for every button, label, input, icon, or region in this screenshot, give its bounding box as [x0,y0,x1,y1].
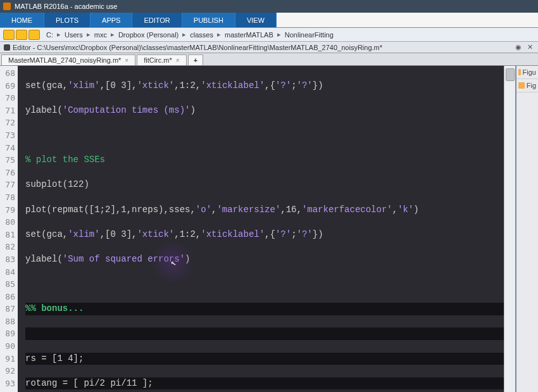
ribbon-tab-plots[interactable]: PLOTS [44,13,91,27]
line-number: 72 [0,117,15,129]
editor-title: Editor - C:\Users\mxc\Dropbox (Personal)… [13,44,382,51]
file-tab-bar: MasterMATLAB_2740_noisyRing.m* × fitCirc… [0,53,538,66]
matlab-logo-icon [3,3,11,10]
code-area[interactable]: set(gca,'xlim',[0 3],'xtick',1:2,'xtickl… [18,66,504,392]
editor-header: Editor - C:\Users\mxc\Dropbox (Personal)… [0,42,538,53]
line-number: 89 [0,327,15,340]
right-dock: Figu Fig [515,66,538,392]
line-number: 80 [0,216,15,229]
scroll-thumb[interactable] [506,68,515,81]
file-tab-label: fitCirc.m* [144,56,172,64]
path-sep-icon: ▸ [108,30,117,39]
line-number: 86 [0,291,15,303]
file-tab-label: MasterMATLAB_2740_noisyRing.m* [8,56,121,64]
close-icon[interactable]: × [125,57,128,64]
line-number: 75 [0,154,15,167]
path-sep-icon: ▸ [54,30,63,39]
titlebar-text: MATLAB R2016a - academic use [15,3,117,10]
line-number: 85 [0,278,15,291]
figure-icon [518,69,521,75]
path-sep-icon: ▸ [84,30,93,39]
dock-label: Fig [527,82,536,89]
line-number: 87 [0,303,15,315]
path-sep-icon: ▸ [215,30,223,39]
titlebar: MATLAB R2016a - academic use [0,0,538,13]
figure-icon [518,82,525,89]
path-seg[interactable]: C: [45,31,54,39]
line-number: 81 [0,229,15,241]
line-number: 74 [0,142,15,155]
dock-item-figure[interactable]: Figu [516,66,538,79]
line-number: 84 [0,266,15,279]
ribbon-tab-home[interactable]: HOME [0,13,44,27]
path-seg[interactable]: masterMATLAB [223,31,275,39]
path-sep-icon: ▸ [275,30,284,39]
add-tab-button[interactable]: + [188,54,203,65]
ribbon-tab-apps[interactable]: APPS [91,13,132,27]
panel-maximize-icon[interactable]: ◉ [514,43,523,52]
folder-back-icon[interactable] [3,30,15,40]
scrollbar[interactable] [504,66,515,392]
line-number: 94 [0,389,15,392]
line-number: 78 [0,191,15,204]
path-sep-icon: ▸ [180,30,189,39]
editor-icon [4,44,10,51]
path-nav-icons [3,30,40,40]
path-seg[interactable]: Dropbox (Personal) [117,31,180,39]
path-seg[interactable]: NonlinearFitting [284,31,335,39]
line-number: 73 [0,129,15,142]
line-number: 68 [0,67,15,80]
line-number: 83 [0,253,15,266]
line-number: 92 [0,365,15,377]
line-number: 79 [0,204,15,217]
path-seg[interactable]: mxc [93,31,108,39]
line-number: 93 [0,377,15,390]
line-number: 82 [0,241,15,253]
folder-up-icon[interactable] [28,30,40,40]
close-icon[interactable]: × [176,57,180,64]
file-tab[interactable]: fitCirc.m* × [137,54,186,65]
path-bar: C:▸ Users▸ mxc▸ Dropbox (Personal)▸ clas… [0,28,538,42]
workspace: 68 69 70 71 72 73 74 75 76 77 78 79 80 8… [0,66,538,392]
panel-close-icon[interactable]: ✕ [525,43,534,52]
editor-pane: 68 69 70 71 72 73 74 75 76 77 78 79 80 8… [0,66,515,392]
ribbon-tab-publish[interactable]: PUBLISH [182,13,235,27]
path-seg[interactable]: classes [189,31,215,39]
line-number: 76 [0,167,15,179]
path-seg[interactable]: Users [63,31,84,39]
ribbon-tabs: HOME PLOTS APPS EDITOR PUBLISH VIEW [0,13,538,28]
line-number: 71 [0,104,15,117]
file-tab-active[interactable]: MasterMATLAB_2740_noisyRing.m* × [1,54,135,65]
dock-label: Figu [523,68,536,76]
line-number: 70 [0,92,15,104]
ribbon-tab-view[interactable]: VIEW [235,13,277,27]
line-number: 69 [0,80,15,92]
line-number: 88 [0,315,15,328]
folder-forward-icon[interactable] [16,30,27,40]
line-number: 90 [0,340,15,353]
line-number: 91 [0,353,15,365]
dock-item-figure[interactable]: Fig [516,79,538,92]
line-number: 77 [0,179,15,191]
ribbon-tab-editor[interactable]: EDITOR [132,13,182,27]
line-gutter: 68 69 70 71 72 73 74 75 76 77 78 79 80 8… [0,66,18,392]
